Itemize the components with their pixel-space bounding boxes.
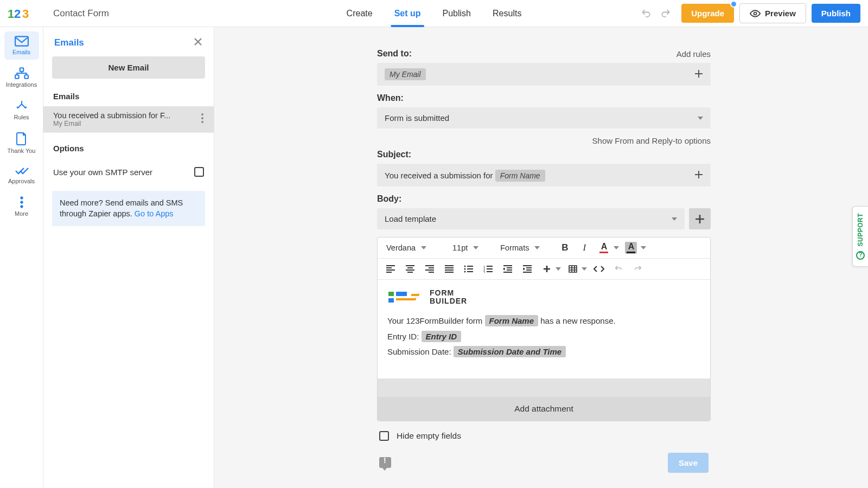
body-add-token-button[interactable] bbox=[689, 208, 711, 229]
svg-point-14 bbox=[464, 266, 466, 267]
rail-approvals-label: Approvals bbox=[8, 178, 35, 184]
indent-icon[interactable] bbox=[520, 262, 535, 276]
editor-undo-icon[interactable] bbox=[611, 262, 626, 276]
email-item-recipient: My Email bbox=[53, 120, 170, 127]
svg-point-9 bbox=[20, 201, 23, 204]
go-to-apps-link[interactable]: Go to Apps bbox=[135, 209, 174, 218]
insert-button[interactable] bbox=[539, 262, 554, 276]
preview-button[interactable]: Preview bbox=[739, 3, 806, 23]
upgrade-button[interactable]: Upgrade bbox=[681, 4, 734, 23]
add-rules-link[interactable]: Add rules bbox=[676, 49, 711, 59]
undo-icon[interactable] bbox=[640, 8, 652, 19]
svg-point-12 bbox=[201, 117, 203, 119]
align-left-icon[interactable] bbox=[383, 262, 398, 276]
brand-logo[interactable]: 1 2 3 bbox=[8, 7, 35, 20]
font-size-select[interactable]: 11pt bbox=[449, 242, 482, 254]
editor-redo-icon[interactable] bbox=[630, 262, 646, 276]
rail-emails[interactable]: Emails bbox=[4, 31, 39, 60]
rail-emails-label: Emails bbox=[12, 49, 30, 55]
support-label: SUPPORT bbox=[857, 213, 864, 247]
svg-text:3: 3 bbox=[483, 271, 486, 273]
formats-select[interactable]: Formats bbox=[497, 242, 543, 254]
svg-rect-4 bbox=[15, 36, 28, 46]
rail-thankyou[interactable]: Thank You bbox=[4, 128, 39, 158]
align-right-icon[interactable] bbox=[422, 262, 437, 276]
subject-add-icon[interactable] bbox=[694, 170, 703, 181]
close-panel-icon[interactable] bbox=[193, 37, 203, 49]
editor-line2-pre: Entry ID: bbox=[387, 332, 422, 341]
nav-results[interactable]: Results bbox=[493, 0, 521, 27]
ordered-list-icon[interactable]: 123 bbox=[481, 262, 496, 276]
editor-line3-pre: Submission Date: bbox=[387, 347, 454, 356]
form-name-token[interactable]: Form Name bbox=[485, 315, 539, 326]
svg-rect-5 bbox=[20, 68, 23, 72]
when-value: Form is submitted bbox=[385, 113, 449, 123]
font-color-button[interactable]: A bbox=[596, 241, 611, 255]
unordered-list-icon[interactable] bbox=[461, 262, 476, 276]
save-button[interactable]: Save bbox=[668, 453, 709, 473]
new-email-button[interactable]: New Email bbox=[52, 56, 205, 79]
editor-content[interactable]: FORM BUILDER Your 123FormBuilder form Fo… bbox=[378, 280, 710, 376]
rail-more[interactable]: More bbox=[4, 192, 39, 221]
hide-empty-label: Hide empty fields bbox=[397, 431, 461, 441]
editor-line1-pre: Your 123FormBuilder form bbox=[387, 316, 485, 325]
insert-caret-icon[interactable] bbox=[556, 267, 561, 271]
outdent-icon[interactable] bbox=[500, 262, 515, 276]
svg-text:3: 3 bbox=[22, 7, 29, 20]
support-tab[interactable]: SUPPORT bbox=[852, 206, 868, 267]
publish-button[interactable]: Publish bbox=[812, 4, 860, 23]
svg-point-10 bbox=[20, 206, 23, 208]
nav-publish[interactable]: Publish bbox=[443, 0, 471, 27]
rail-integrations[interactable]: Integrations bbox=[4, 63, 39, 92]
svg-point-13 bbox=[201, 121, 203, 123]
submission-date-token[interactable]: Submission Date and Time bbox=[454, 346, 566, 357]
bold-button[interactable]: B bbox=[557, 241, 572, 255]
show-from-link[interactable]: Show From and Reply-to options bbox=[377, 136, 711, 145]
send-to-input[interactable]: My Email bbox=[377, 63, 711, 86]
main-content: Send to: Add rules My Email When: Form i… bbox=[214, 27, 868, 488]
nav-create[interactable]: Create bbox=[347, 0, 373, 27]
font-color-caret-icon[interactable] bbox=[614, 246, 619, 249]
bg-color-caret-icon[interactable] bbox=[641, 246, 646, 249]
branch-icon bbox=[15, 100, 28, 112]
email-list-item[interactable]: You received a submission for F... My Em… bbox=[43, 106, 214, 132]
email-item-more-icon[interactable] bbox=[199, 111, 206, 128]
hide-empty-checkbox[interactable] bbox=[379, 431, 389, 441]
panel-title: Emails bbox=[54, 37, 84, 48]
body-label: Body: bbox=[377, 194, 401, 204]
add-attachment-button[interactable]: Add attachment bbox=[378, 397, 710, 421]
bg-color-button[interactable]: A bbox=[623, 241, 639, 255]
load-template-select[interactable]: Load template bbox=[377, 208, 685, 229]
align-center-icon[interactable] bbox=[403, 262, 418, 276]
rail-rules[interactable]: Rules bbox=[4, 95, 39, 125]
help-icon bbox=[856, 251, 865, 260]
rich-text-editor: Verdana 11pt Formats B I A A 123 bbox=[377, 237, 711, 421]
svg-point-11 bbox=[201, 113, 203, 115]
form-title[interactable]: Contact Form bbox=[53, 8, 109, 19]
font-family-select[interactable]: Verdana bbox=[383, 242, 430, 254]
feedback-icon[interactable]: ! bbox=[379, 457, 391, 468]
smtp-checkbox[interactable] bbox=[194, 167, 204, 177]
when-select[interactable]: Form is submitted bbox=[377, 107, 711, 129]
smtp-option-row: Use your own SMTP server bbox=[43, 158, 214, 185]
svg-rect-7 bbox=[24, 75, 28, 79]
need-more-callout: Need more? Send emails and SMS through Z… bbox=[52, 191, 205, 226]
send-to-add-icon[interactable] bbox=[694, 69, 703, 80]
nav-setup[interactable]: Set up bbox=[394, 0, 421, 27]
svg-text:2: 2 bbox=[14, 7, 21, 20]
table-caret-icon[interactable] bbox=[582, 267, 587, 271]
code-view-icon[interactable] bbox=[591, 262, 607, 276]
send-to-chip[interactable]: My Email bbox=[385, 68, 426, 80]
rail-approvals[interactable]: Approvals bbox=[4, 162, 39, 189]
italic-button[interactable]: I bbox=[577, 241, 592, 255]
send-to-label: Send to: bbox=[377, 49, 412, 59]
options-section-label: Options bbox=[43, 133, 214, 158]
preview-label: Preview bbox=[765, 9, 796, 18]
align-justify-icon[interactable] bbox=[442, 262, 457, 276]
subject-input[interactable]: You received a submission for Form Name bbox=[377, 164, 711, 187]
svg-point-3 bbox=[754, 12, 757, 15]
entry-id-token[interactable]: Entry ID bbox=[422, 331, 462, 342]
table-icon[interactable] bbox=[565, 262, 580, 276]
redo-icon[interactable] bbox=[660, 8, 672, 19]
subject-chip[interactable]: Form Name bbox=[495, 170, 545, 182]
